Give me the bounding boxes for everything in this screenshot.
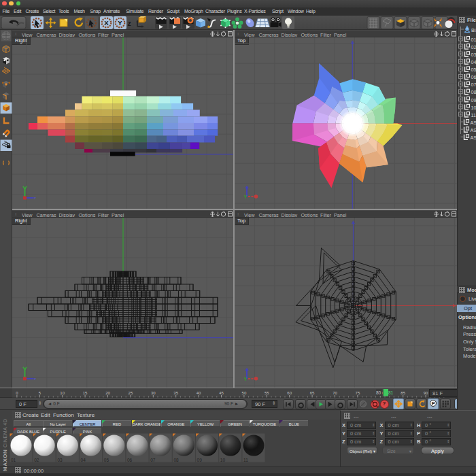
svg-text:06: 06 bbox=[471, 74, 476, 80]
svg-text:03: 03 bbox=[57, 458, 63, 462]
svg-text:55: 55 bbox=[265, 391, 269, 395]
svg-text:Y: Y bbox=[118, 19, 122, 27]
svg-text:08: 08 bbox=[471, 89, 476, 95]
svg-text:ASE: ASE bbox=[471, 120, 476, 126]
svg-text:10: 10 bbox=[471, 105, 476, 111]
svg-text:ASE: ASE bbox=[471, 127, 476, 133]
svg-text:08: 08 bbox=[173, 458, 179, 462]
svg-text:07: 07 bbox=[471, 82, 476, 88]
svg-text:60: 60 bbox=[287, 391, 292, 395]
svg-text:z: z bbox=[34, 196, 36, 200]
svg-text:81: 81 bbox=[388, 390, 394, 395]
svg-text:50: 50 bbox=[242, 391, 247, 395]
svg-text:Y: Y bbox=[244, 377, 248, 381]
svg-text:09: 09 bbox=[471, 97, 476, 103]
svg-text:11: 11 bbox=[471, 112, 476, 118]
svg-text:10: 10 bbox=[220, 458, 226, 462]
svg-text:02: 02 bbox=[34, 458, 39, 462]
svg-text:30: 30 bbox=[151, 391, 156, 395]
svg-text:06: 06 bbox=[127, 458, 133, 462]
svg-text:70: 70 bbox=[333, 391, 337, 395]
svg-text:z: z bbox=[127, 18, 131, 27]
svg-text:10: 10 bbox=[60, 391, 65, 395]
svg-text:z: z bbox=[34, 377, 36, 381]
svg-text:05: 05 bbox=[104, 458, 109, 462]
svg-text:07: 07 bbox=[150, 458, 156, 462]
svg-text:85: 85 bbox=[401, 391, 405, 395]
svg-text:15: 15 bbox=[83, 391, 88, 395]
svg-text:40: 40 bbox=[197, 391, 201, 395]
svg-text:01: 01 bbox=[471, 37, 476, 43]
svg-text:11: 11 bbox=[243, 458, 248, 462]
svg-text:45: 45 bbox=[219, 391, 224, 395]
svg-text:ASE: ASE bbox=[471, 135, 476, 141]
svg-text:03: 03 bbox=[471, 52, 476, 58]
svg-text:75: 75 bbox=[356, 391, 360, 395]
svg-text:09: 09 bbox=[197, 458, 203, 462]
svg-text:25: 25 bbox=[129, 391, 133, 395]
svg-text:01: 01 bbox=[11, 458, 16, 462]
svg-text:X: X bbox=[104, 19, 109, 27]
svg-text:04: 04 bbox=[471, 59, 476, 65]
svg-text:Bla: Bla bbox=[471, 27, 476, 33]
svg-text:05: 05 bbox=[471, 67, 476, 73]
svg-text:Y: Y bbox=[244, 194, 248, 199]
svg-text:04: 04 bbox=[81, 458, 86, 462]
svg-text:35: 35 bbox=[173, 391, 178, 395]
svg-text:02: 02 bbox=[471, 44, 476, 50]
svg-text:80: 80 bbox=[376, 390, 381, 395]
svg-text:20: 20 bbox=[105, 391, 110, 395]
svg-text:90: 90 bbox=[424, 391, 428, 395]
svg-text:65: 65 bbox=[310, 391, 315, 395]
